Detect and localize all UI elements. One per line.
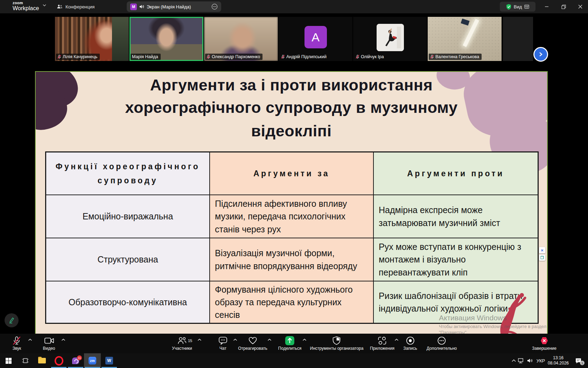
table-header-con: Аргументи проти: [374, 152, 538, 195]
tray-volume[interactable]: [525, 353, 535, 368]
tray-network[interactable]: [516, 353, 526, 368]
task-view-button[interactable]: [17, 353, 34, 368]
floating-copy-icon[interactable]: ❐: [539, 254, 545, 261]
tray-date: 08.04.2026: [548, 361, 569, 366]
audio-options-chevron[interactable]: [28, 339, 32, 341]
apps-icon: [378, 336, 387, 345]
camera-icon: [44, 336, 54, 345]
apps-button[interactable]: Приложения: [370, 336, 394, 351]
video-tile-andrii[interactable]: A Андрій Підлипський: [279, 17, 352, 61]
host-tools-button[interactable]: Инструменты организатора: [310, 336, 364, 351]
chevron-up-icon: [512, 359, 516, 362]
video-button[interactable]: Видео: [43, 336, 55, 351]
tray-time: 13:16: [553, 355, 564, 361]
heart-icon: [248, 336, 257, 345]
view-label: Вид: [514, 4, 522, 9]
floating-close-icon[interactable]: ✕: [539, 247, 545, 253]
tray-language[interactable]: УКР: [535, 353, 547, 368]
start-button[interactable]: [0, 353, 17, 368]
participants-count: 15: [188, 339, 192, 343]
video-thumbnail-strip: Лілія Качуринець Марія Найда Олександр П…: [0, 13, 588, 71]
speaker-icon: [527, 358, 533, 363]
muted-mic-icon: [281, 55, 285, 59]
chat-icon: [218, 336, 227, 345]
pencil-icon: [8, 317, 15, 324]
word-button[interactable]: W: [101, 353, 118, 368]
zoom-app-button[interactable]: zm: [84, 353, 101, 368]
task-view-icon: [22, 358, 29, 363]
table-cell-con: Рух може вступати в конкуренцію з монтаж…: [374, 238, 538, 281]
share-screen-button[interactable]: Поделиться: [278, 336, 301, 351]
video-tile-valentyna[interactable]: Валентина Греськова: [428, 17, 502, 61]
participants-icon: 15: [177, 336, 187, 345]
muted-mic-icon: [430, 55, 434, 59]
tab-conference[interactable]: Конференция: [53, 0, 98, 13]
record-icon: [406, 336, 415, 345]
folder-icon: [38, 358, 46, 363]
video-tile-lilia[interactable]: Лілія Качуринець: [55, 17, 129, 61]
record-button[interactable]: Запись: [403, 336, 417, 351]
muted-mic-icon: [206, 55, 210, 59]
tab-conference-label: Конференция: [65, 4, 94, 9]
people-icon: [57, 4, 63, 9]
ellipsis-icon: [437, 336, 446, 345]
reactions-options-chevron[interactable]: [268, 339, 272, 341]
video-tile-partial: [503, 17, 533, 61]
annotate-button[interactable]: [5, 313, 19, 327]
network-icon: [518, 358, 524, 363]
view-button[interactable]: Вид: [500, 2, 536, 12]
viber-button[interactable]: 11: [67, 353, 84, 368]
video-tile-maria-active-speaker[interactable]: Марія Найда: [130, 17, 203, 61]
tab-screen-share[interactable]: M Экран (Марія Найда): [127, 1, 221, 12]
close-button[interactable]: [573, 0, 588, 13]
zoom-meeting-window: zoom Workplace Конференция M Экран (Марі…: [0, 0, 588, 368]
avatar: M: [130, 4, 137, 10]
chevron-down-icon[interactable]: [43, 4, 46, 6]
table-cell-function: Образотворчо-комунікативна: [46, 281, 210, 323]
restore-button[interactable]: [556, 0, 571, 13]
video-tile-oleksandr[interactable]: Олександр Пархоменко: [204, 17, 278, 61]
video-options-chevron[interactable]: [62, 339, 65, 341]
arguments-table: Функції хореографічного супроводу Аргуме…: [45, 151, 539, 324]
participants-options-chevron[interactable]: [198, 339, 202, 341]
slide-title-line1: Аргументи за і проти використання: [36, 76, 547, 94]
file-explorer-button[interactable]: [34, 353, 50, 368]
minimize-button[interactable]: [539, 0, 554, 13]
table-cell-function: Структурована: [46, 238, 210, 281]
zoom-workplace-logo: zoom Workplace: [13, 1, 39, 11]
windows-activation-watermark-line2: Чтобы активировать Windows, перейдите в …: [439, 324, 546, 329]
table-cell-pro: Підсилення афективного впливу музики, пе…: [210, 195, 374, 238]
notification-count-badge: 1: [580, 361, 584, 365]
slide-title-line2: хореографічного супроводу в музичному: [36, 98, 547, 117]
share-options-chevron[interactable]: [303, 339, 307, 341]
muted-mic-icon: [356, 55, 359, 59]
participant-name-label: Марія Найда: [131, 54, 161, 60]
participants-button[interactable]: 15 Участники: [172, 336, 192, 351]
apps-options-chevron[interactable]: [395, 339, 399, 341]
slide-title-line3: відеокліпі: [36, 122, 547, 140]
shared-screen-slide: Аргументи за і проти використання хореог…: [35, 71, 548, 334]
windows-activation-watermark: Активация Windows: [439, 314, 507, 322]
end-meeting-button[interactable]: Завершение: [532, 336, 556, 351]
windows-taskbar: 11 zm W УКР 13:16 08.04.2026 1: [0, 353, 588, 368]
share-screen-icon: [285, 336, 295, 345]
video-tile-oliichuk[interactable]: Олійчук Іра: [353, 17, 427, 61]
action-center-button[interactable]: 1: [571, 353, 585, 368]
opera-icon: [55, 356, 63, 366]
participant-name-label: Валентина Греськова: [429, 54, 482, 60]
brand-top: zoom: [13, 1, 39, 5]
chat-options-chevron[interactable]: [233, 339, 237, 341]
chat-button[interactable]: Чат: [218, 336, 227, 351]
reactions-button[interactable]: Отреагировать: [238, 336, 267, 351]
opera-button[interactable]: [50, 353, 67, 368]
tray-clock[interactable]: 13:16 08.04.2026: [547, 353, 570, 368]
chevron-right-icon: [539, 52, 543, 57]
shield-icon: [332, 336, 341, 345]
tab-screen-label: Экран (Марія Найда): [147, 4, 191, 9]
next-participants-button[interactable]: [533, 47, 548, 62]
windows-logo-icon: [6, 358, 12, 364]
tab-more-icon[interactable]: [211, 4, 218, 10]
viber-unread-badge: 11: [77, 355, 82, 360]
more-button[interactable]: Дополнительно: [427, 336, 457, 351]
audio-button[interactable]: Звук: [13, 336, 21, 351]
